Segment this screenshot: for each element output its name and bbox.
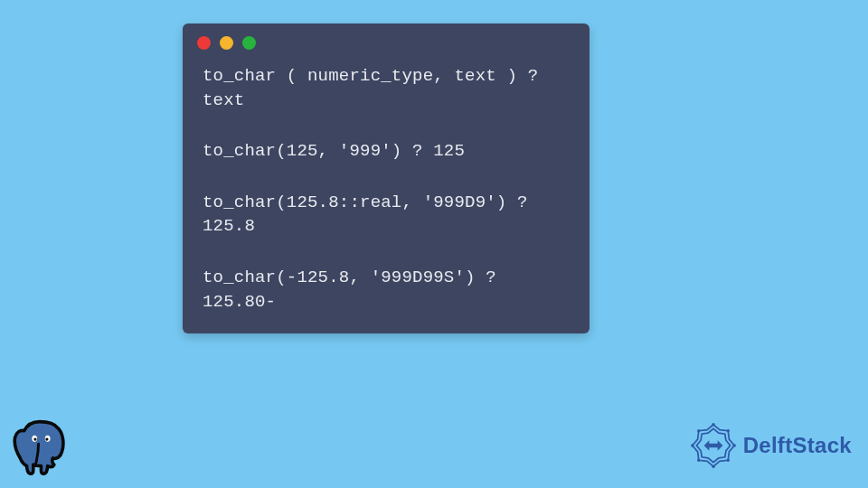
code-line: to_char(125.8::real, '999D9') ? 125.8 bbox=[203, 191, 570, 239]
svg-point-10 bbox=[691, 444, 693, 446]
svg-point-7 bbox=[726, 459, 729, 462]
code-line: to_char ( numeric_type, text ) ? text bbox=[203, 64, 570, 112]
svg-point-5 bbox=[726, 429, 729, 432]
svg-point-1 bbox=[33, 437, 36, 440]
code-line: to_char(-125.8, '999D99S') ? 125.80- bbox=[203, 266, 570, 314]
minimize-icon bbox=[220, 36, 233, 50]
svg-point-4 bbox=[712, 423, 714, 426]
brand-logo: DelftStack bbox=[687, 419, 852, 472]
window-titlebar bbox=[183, 23, 590, 59]
close-icon bbox=[197, 36, 211, 50]
svg-point-6 bbox=[732, 444, 735, 446]
svg-point-9 bbox=[697, 459, 700, 462]
maximize-icon bbox=[242, 36, 256, 50]
code-window: to_char ( numeric_type, text ) ? text to… bbox=[183, 23, 590, 333]
code-body: to_char ( numeric_type, text ) ? text to… bbox=[183, 59, 590, 314]
postgresql-elephant-icon bbox=[7, 414, 72, 479]
svg-point-11 bbox=[697, 429, 700, 432]
svg-point-3 bbox=[45, 437, 48, 440]
svg-point-8 bbox=[712, 465, 714, 467]
brand-name: DelftStack bbox=[743, 433, 852, 458]
delftstack-icon bbox=[687, 419, 740, 472]
code-line: to_char(125, '999') ? 125 bbox=[203, 139, 570, 164]
